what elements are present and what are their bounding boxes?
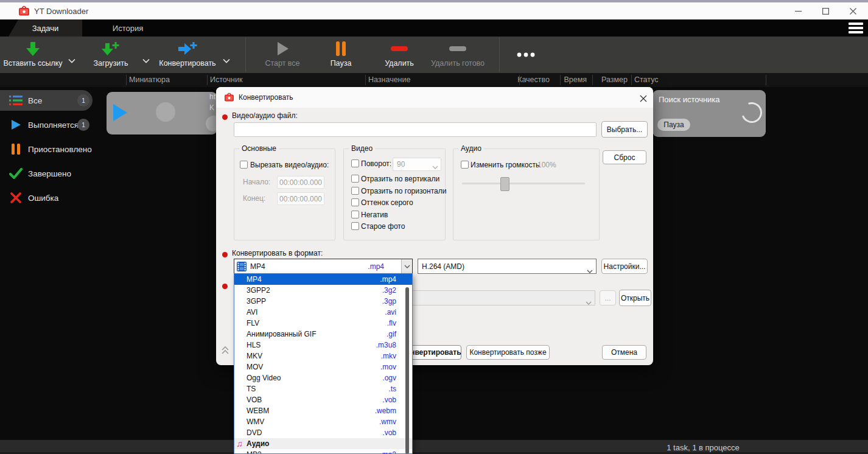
convert-later-button[interactable]: Конвертировать позже (466, 345, 550, 360)
toolbar-separator (245, 38, 246, 72)
sidebar-item-paused[interactable]: Приостановлено (0, 139, 93, 159)
format-caret[interactable] (401, 259, 412, 273)
sidebar-item-running[interactable]: Выполняется1 (0, 114, 93, 135)
sidebar-item-all[interactable]: Все1 (0, 90, 93, 111)
more-icon (515, 46, 537, 64)
tabbar: Задачи История (0, 19, 868, 37)
volume-slider-track[interactable] (462, 183, 585, 184)
video-option-checkbox-4[interactable] (351, 211, 359, 218)
end-time-field[interactable]: 00:00:00.000 (277, 192, 324, 205)
dropdown-item-mov[interactable]: MOV.mov (234, 361, 412, 372)
dropdown-item-dvd[interactable]: DVD.vob (234, 427, 412, 438)
toolbar-button-start-all: Старт все (254, 40, 310, 70)
task-source-text: ht (209, 93, 215, 101)
dialog-close-icon[interactable] (637, 92, 650, 105)
dialog-app-icon (224, 93, 234, 104)
column-header-4[interactable]: Качество (513, 75, 550, 84)
toolbar-caret-paste-link[interactable] (66, 57, 78, 65)
dropdown-item-vob[interactable]: VOB.vob (234, 394, 412, 405)
maximize-button[interactable] (815, 2, 836, 19)
group-audio-title: Аудио (458, 144, 484, 153)
column-header-7[interactable]: Статус (634, 75, 659, 84)
toolbar-button-pause[interactable]: Пауза (315, 40, 366, 70)
volume-slider-thumb[interactable] (500, 177, 509, 191)
dropdown-item-mp3[interactable]: MP3.mp3 (234, 449, 412, 454)
task-title-text: K (209, 103, 214, 112)
chevron-down-icon (432, 162, 438, 171)
column-separator (560, 75, 561, 85)
close-button[interactable] (842, 2, 863, 19)
dropdown-item-avi[interactable]: AVI.avi (234, 307, 412, 318)
rotate-select[interactable]: 90 (393, 158, 441, 171)
codec-combobox[interactable]: H.264 (AMD) (418, 259, 597, 274)
dropdown-section-audio[interactable]: ♫Аудио (234, 438, 412, 449)
dropdown-item-3gpp2[interactable]: 3GPP2.3g2 (234, 285, 412, 296)
dropdown-item-mp4[interactable]: MP4.mp4 (234, 274, 412, 285)
dropdown-item--gif[interactable]: Анимированный GIF.gif (234, 329, 412, 340)
format-selected-ext: .mp4 (368, 262, 384, 271)
cancel-button[interactable]: Отмена (602, 345, 646, 360)
rotate-checkbox[interactable] (351, 159, 359, 167)
toolbar-button-download[interactable]: Загрузить (83, 40, 139, 70)
film-icon (237, 262, 247, 271)
cut-checkbox[interactable] (240, 161, 248, 169)
dropdown-item-mkv[interactable]: MKV.mkv (234, 351, 412, 361)
collapse-dialog-icon[interactable] (220, 344, 231, 358)
required-dot (222, 284, 228, 289)
play-icon (9, 119, 23, 131)
menu-icon[interactable] (849, 23, 863, 33)
pause-icon (9, 143, 23, 155)
tab-tasks[interactable]: Задачи (9, 19, 82, 37)
toolbar-button-convert[interactable]: Конвертировать (153, 40, 222, 70)
column-header-1[interactable]: Миниатюра (129, 75, 170, 84)
column-header-6[interactable]: Размер (591, 75, 628, 84)
codec-settings-button[interactable]: Настройки... (601, 259, 648, 274)
video-option-label-4: Негатив (361, 211, 388, 219)
format-label: Конвертировать в формат: (232, 249, 323, 257)
file-input[interactable] (234, 122, 597, 137)
toolbar-button-paste-link[interactable]: Вставить ссылку (0, 40, 66, 70)
sidebar-item-completed[interactable]: Завершено (0, 163, 93, 184)
start-all-icon (275, 40, 290, 58)
dropdown-item-3gpp[interactable]: 3GPP.3gp (234, 296, 412, 307)
video-option-checkbox-3[interactable] (351, 198, 359, 206)
chevron-down-icon (586, 296, 592, 307)
tab-history[interactable]: История (91, 19, 164, 37)
output-open-button[interactable]: Открыть (619, 290, 651, 306)
toolbar-caret-convert[interactable] (220, 57, 233, 65)
music-note-icon: ♫ (236, 439, 243, 449)
start-time-field[interactable]: 00:00:00.000 (277, 176, 324, 189)
toolbar-button-more[interactable] (509, 40, 543, 70)
format-combobox[interactable]: MP4 .mp4 (234, 259, 413, 274)
download-icon (100, 40, 121, 58)
column-header-5[interactable]: Время (550, 75, 587, 84)
dropdown-scrollbar[interactable] (405, 287, 409, 454)
minimize-button[interactable] (788, 2, 808, 19)
volume-checkbox[interactable] (461, 161, 469, 169)
toolbar-button-delete-done: Удалить готово (427, 40, 488, 70)
column-separator (631, 75, 632, 85)
video-option-checkbox-5[interactable] (351, 222, 359, 230)
video-option-label-2: Отразить по горизонтали (361, 187, 446, 195)
task-thumbnail[interactable] (107, 92, 217, 134)
video-option-checkbox-2[interactable] (351, 187, 359, 195)
toolbar-caret-download[interactable] (140, 57, 152, 65)
volume-value: 100% (537, 161, 556, 169)
dropdown-item-ts[interactable]: TS.ts (234, 383, 412, 394)
toolbar-button-delete[interactable]: Удалить (371, 40, 427, 70)
column-header-3[interactable]: Назначение (368, 75, 410, 84)
dropdown-item-hls[interactable]: HLS.m3u8 (234, 340, 412, 351)
reset-button[interactable]: Сброс (603, 150, 646, 164)
sidebar-item-error[interactable]: Ошибка (0, 187, 93, 208)
dropdown-item-wmv[interactable]: WMV.wmv (234, 416, 412, 427)
dropdown-item-ogg-video[interactable]: Ogg Video.ogv (234, 372, 412, 383)
check-icon (9, 168, 23, 179)
video-option-checkbox-1[interactable] (351, 175, 359, 183)
chevron-down-icon (587, 265, 593, 276)
source-pause-button[interactable]: Пауза (657, 119, 690, 131)
column-header-2[interactable]: Источник (210, 75, 242, 84)
start-label: Начало: (243, 178, 270, 186)
dropdown-item-flv[interactable]: FLV.flv (234, 318, 412, 329)
choose-file-button[interactable]: Выбрать... (601, 121, 648, 138)
dropdown-item-webm[interactable]: WEBM.webm (234, 405, 412, 416)
